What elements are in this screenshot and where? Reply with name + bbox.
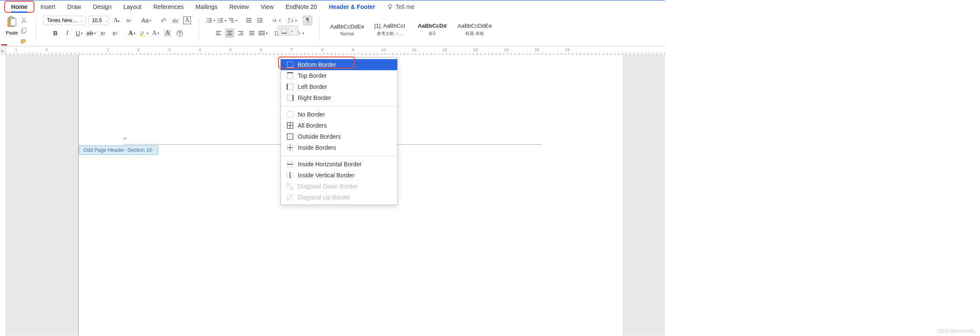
svg-rect-23 — [231, 22, 234, 23]
svg-rect-37 — [228, 33, 231, 34]
tab-header-footer[interactable]: Header & Footer — [323, 2, 381, 12]
ruler[interactable]: 2112345678910111213141516 — [6, 46, 665, 54]
svg-rect-26 — [246, 22, 251, 23]
svg-text:3: 3 — [217, 21, 219, 23]
phonetic-guide-button[interactable]: abc — [171, 16, 180, 25]
svg-rect-6 — [23, 28, 26, 32]
style-table-title[interactable]: AaBbCcDdEe 标题-表格 — [454, 17, 496, 42]
svg-rect-48 — [259, 31, 259, 35]
border-option-inside-borders[interactable]: Inside Borders — [281, 142, 397, 153]
border-option-inside-horizontal-border[interactable]: Inside Horizontal Border — [281, 159, 397, 170]
tab-insert[interactable]: Insert — [34, 2, 61, 12]
border-option-diagonal-up-border: Diagonal Up Border — [281, 192, 397, 203]
svg-text:A: A — [288, 17, 290, 20]
dec-indent-button[interactable] — [244, 16, 254, 25]
show-marks-button[interactable]: ¶ — [303, 16, 312, 25]
italic-button[interactable]: I — [63, 28, 72, 38]
svg-line-81 — [287, 194, 293, 200]
char-shading-button[interactable]: A — [163, 28, 172, 38]
border-option-bottom-border[interactable]: Bottom Border — [281, 59, 397, 70]
highlight-button[interactable] — [139, 28, 148, 38]
font-color-button[interactable]: A — [151, 28, 160, 38]
svg-rect-8 — [140, 35, 145, 36]
bold-button[interactable]: B — [51, 28, 60, 38]
svg-rect-27 — [257, 18, 262, 19]
border-option-all-borders[interactable]: All Borders — [281, 120, 397, 131]
svg-point-9 — [207, 18, 208, 19]
tab-view[interactable]: View — [255, 2, 279, 12]
svg-text:A: A — [160, 18, 164, 23]
tab-endnote[interactable]: EndNote 20 — [279, 2, 323, 12]
svg-rect-40 — [240, 33, 243, 34]
sort-button[interactable]: AZ — [288, 16, 297, 25]
lightbulb-icon — [387, 4, 393, 10]
tell-me-label: Tell me — [396, 3, 414, 10]
border-option-top-border[interactable]: Top Border — [281, 70, 397, 81]
svg-rect-45 — [259, 31, 264, 32]
tab-references[interactable]: References — [147, 2, 190, 12]
svg-rect-56 — [287, 62, 293, 68]
strikethrough-button[interactable]: ab — [86, 28, 96, 38]
borders-dropdown-arrow[interactable]: ⌄ — [288, 26, 295, 35]
enclose-char-button[interactable]: 字 — [175, 28, 184, 38]
borders-dropdown: Bottom BorderTop BorderLeft BorderRight … — [280, 57, 398, 205]
tab-design[interactable]: Design — [87, 2, 118, 12]
distributed-button[interactable] — [258, 28, 268, 38]
justify-button[interactable] — [247, 28, 256, 38]
svg-rect-18 — [219, 20, 223, 21]
borders-button[interactable]: ⌄ — [278, 26, 298, 36]
style-heading3[interactable]: AaBbCcDd 标3 — [411, 17, 453, 42]
underline-button[interactable]: U — [74, 28, 84, 38]
tab-review[interactable]: Review — [223, 2, 255, 12]
svg-rect-20 — [219, 22, 223, 23]
clipboard-icon — [6, 16, 17, 29]
char-border-button[interactable]: A — [182, 16, 192, 25]
bullets-button[interactable] — [206, 16, 215, 25]
svg-rect-35 — [216, 34, 221, 35]
clear-format-button[interactable]: A — [159, 16, 168, 25]
svg-rect-64 — [287, 111, 293, 117]
tab-mailings[interactable]: Mailings — [190, 2, 223, 12]
border-option-right-border[interactable]: Right Border — [281, 92, 397, 103]
tab-selector[interactable] — [0, 46, 6, 54]
font-size-select[interactable]: 10.5⌄ — [88, 16, 109, 25]
font-name-select[interactable]: Times New…⌄ — [43, 16, 85, 25]
svg-rect-24 — [246, 18, 251, 19]
svg-point-4 — [25, 21, 26, 23]
border-option-left-border[interactable]: Left Border — [281, 81, 397, 92]
tab-layout[interactable]: Layout — [117, 2, 147, 12]
style-normal[interactable]: AaBbCcDdEe Normal — [326, 17, 368, 42]
svg-text:Z: Z — [288, 20, 290, 23]
align-right-button[interactable] — [236, 28, 245, 38]
superscript-button[interactable]: x2 — [110, 28, 120, 38]
inc-indent-button[interactable] — [255, 16, 265, 25]
tab-home[interactable]: Home — [4, 1, 34, 13]
multilevel-button[interactable] — [228, 16, 237, 25]
border-option-inside-vertical-border[interactable]: Inside Vertical Border — [281, 170, 397, 181]
style-reference[interactable]: [1]. AaBbCcI 参考文献（… — [369, 17, 410, 42]
align-center-button[interactable] — [225, 28, 234, 38]
text-effects-button[interactable]: A — [127, 28, 137, 38]
ruler-vertical[interactable] — [0, 55, 6, 336]
cut-button[interactable] — [20, 17, 27, 25]
numbering-button[interactable]: 123 — [217, 16, 226, 25]
font-group: Times New…⌄ 10.5⌄ A▴ A▾ Aa A abc A B I U… — [43, 16, 192, 43]
change-case-button[interactable]: Aa — [142, 16, 151, 25]
align-left-button[interactable] — [214, 28, 223, 38]
clipboard-group: Paste — [4, 16, 29, 43]
tab-draw[interactable]: Draw — [61, 2, 87, 12]
tell-me[interactable]: Tell me — [381, 2, 420, 12]
svg-rect-29 — [257, 22, 262, 23]
subscript-button[interactable]: x2 — [98, 28, 108, 38]
text-direction-button[interactable]: A — [271, 16, 281, 25]
copy-button[interactable] — [20, 28, 27, 36]
shrink-font-button[interactable]: A▾ — [124, 16, 133, 25]
svg-rect-49 — [264, 31, 265, 35]
format-painter-button[interactable] — [20, 39, 27, 47]
grow-font-button[interactable]: A▴ — [112, 16, 121, 25]
svg-rect-1 — [10, 16, 12, 18]
paste-button[interactable]: Paste — [6, 16, 18, 35]
border-option-no-border[interactable]: No Border — [281, 109, 397, 120]
svg-rect-43 — [249, 33, 254, 34]
border-option-outside-borders[interactable]: Outside Borders — [281, 131, 397, 142]
